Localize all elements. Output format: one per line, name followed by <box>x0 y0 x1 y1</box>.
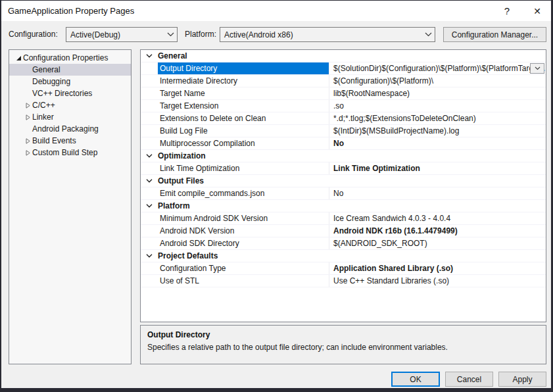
tree-item-label: VC++ Directories <box>32 89 92 98</box>
value-dropdown-button[interactable] <box>530 63 544 74</box>
chevron-down-icon[interactable] <box>141 250 158 262</box>
property-value[interactable]: $(IntDir)$(MSBuildProjectName).log <box>329 125 546 137</box>
property-name[interactable]: Android SDK Directory <box>158 237 329 249</box>
row-indent <box>141 262 158 274</box>
row-indent <box>141 237 158 249</box>
tree-item-label: Android Packaging <box>32 124 99 134</box>
tree-item-general[interactable]: General <box>9 64 131 76</box>
grid-row-emit-compile-commands-json[interactable]: Emit compile_commands.jsonNo <box>141 187 546 200</box>
property-value[interactable]: lib$(RootNamespace) <box>329 87 546 99</box>
section-label: General <box>158 50 187 62</box>
grid-row-android-ndk-version[interactable]: Android NDK VersionAndroid NDK r16b (16.… <box>141 225 546 237</box>
tree-item-linker[interactable]: Linker <box>9 111 131 123</box>
property-value[interactable]: .so <box>329 100 546 112</box>
close-icon[interactable]: ✕ <box>526 3 548 20</box>
property-value[interactable]: Use C++ Standard Libraries (.so) <box>329 275 546 287</box>
grid-row-minimum-android-sdk-version[interactable]: Minimum Android SDK VersionIce Cream San… <box>141 212 546 225</box>
property-value-text: *.d;*.tlog;$(ExtensionsToDeleteOnClean) <box>333 114 476 123</box>
grid-row-configuration-type[interactable]: Configuration TypeApplication Shared Lib… <box>141 262 546 275</box>
property-pages-window: GameApplication Property Pages ? ✕ Confi… <box>0 0 553 392</box>
property-value-text: Android NDK r16b (16.1.4479499) <box>333 226 458 235</box>
row-indent <box>141 187 158 199</box>
property-name[interactable]: Intermediate Directory <box>158 75 329 87</box>
tree-collapsed-icon[interactable] <box>23 114 32 120</box>
grid-row-output-directory[interactable]: Output Directory$(SolutionDir)$(Configur… <box>141 62 546 75</box>
grid-row-build-log-file[interactable]: Build Log File$(IntDir)$(MSBuildProjectN… <box>141 125 546 137</box>
property-value-text: No <box>333 189 343 198</box>
configuration-dropdown[interactable]: Active(Debug) <box>66 27 178 42</box>
property-value[interactable]: Application Shared Library (.so) <box>329 262 546 274</box>
property-tree: Configuration PropertiesGeneralDebugging… <box>9 49 132 364</box>
property-grid: GeneralOutput Directory$(SolutionDir)$(C… <box>140 49 546 322</box>
chevron-down-icon[interactable] <box>141 175 158 187</box>
property-name[interactable]: Target Extension <box>158 100 329 112</box>
section-label: Platform <box>158 200 190 212</box>
property-name[interactable]: Configuration Type <box>158 262 329 274</box>
tree-item-android-packaging[interactable]: Android Packaging <box>9 123 131 135</box>
grid-row-multiprocessor-compilation[interactable]: Multiprocessor CompilationNo <box>141 137 546 150</box>
property-name[interactable]: Multiprocessor Compilation <box>158 137 329 149</box>
tree-item-vc-directories[interactable]: VC++ Directories <box>9 87 131 99</box>
apply-button[interactable]: Apply <box>498 372 546 387</box>
tree-item-c-c[interactable]: C/C++ <box>9 99 131 111</box>
grid-row-extensions-to-delete-on-clean[interactable]: Extensions to Delete on Clean*.d;*.tlog;… <box>141 112 546 125</box>
help-icon[interactable]: ? <box>496 3 518 20</box>
row-indent <box>141 62 158 74</box>
property-name[interactable]: Build Log File <box>158 125 329 137</box>
property-value-text: lib$(RootNamespace) <box>333 89 410 98</box>
property-name[interactable]: Emit compile_commands.json <box>158 187 329 199</box>
tree-expanded-icon[interactable] <box>14 55 23 61</box>
property-value-text: $(SolutionDir)$(Configuration)\$(Platfor… <box>333 64 544 73</box>
configuration-dropdown-value: Active(Debug) <box>66 30 164 39</box>
property-name[interactable]: Target Name <box>158 87 329 99</box>
grid-section-optimization[interactable]: Optimization <box>141 150 546 162</box>
configuration-label: Configuration: <box>9 30 58 39</box>
grid-row-target-extension[interactable]: Target Extension.so <box>141 100 546 112</box>
ok-button[interactable]: OK <box>391 372 440 387</box>
cancel-button[interactable]: Cancel <box>445 372 493 387</box>
property-value[interactable]: $(SolutionDir)$(Configuration)\$(Platfor… <box>329 62 546 74</box>
property-name[interactable]: Extensions to Delete on Clean <box>158 112 329 124</box>
row-indent <box>141 100 158 112</box>
grid-row-intermediate-directory[interactable]: Intermediate Directory$(Configuration)\$… <box>141 75 546 87</box>
grid-row-android-sdk-directory[interactable]: Android SDK Directory$(ANDROID_SDK_ROOT) <box>141 237 546 250</box>
grid-row-target-name[interactable]: Target Namelib$(RootNamespace) <box>141 87 546 100</box>
property-value[interactable]: No <box>329 137 546 149</box>
property-name[interactable]: Link Time Optimization <box>158 162 329 174</box>
property-name[interactable]: Android NDK Version <box>158 225 329 237</box>
tree-item-debugging[interactable]: Debugging <box>9 76 131 87</box>
chevron-down-icon[interactable] <box>141 150 158 162</box>
property-name[interactable]: Use of STL <box>158 275 329 287</box>
chevron-down-icon[interactable] <box>141 50 158 62</box>
grid-row-use-of-stl[interactable]: Use of STLUse C++ Standard Libraries (.s… <box>141 275 546 287</box>
platform-dropdown[interactable]: Active(Android x86) <box>220 27 435 42</box>
grid-section-project-defaults[interactable]: Project Defaults <box>141 250 546 262</box>
property-value[interactable]: Android NDK r16b (16.1.4479499) <box>329 225 546 237</box>
section-label: Optimization <box>158 150 206 162</box>
tree-collapsed-icon[interactable] <box>23 103 32 109</box>
property-value[interactable]: Link Time Optimization <box>329 162 546 174</box>
property-value[interactable]: $(ANDROID_SDK_ROOT) <box>329 237 546 249</box>
tree-item-configuration-properties[interactable]: Configuration Properties <box>9 52 131 64</box>
property-value[interactable]: $(Configuration)\$(Platform)\ <box>329 75 546 87</box>
property-value[interactable]: *.d;*.tlog;$(ExtensionsToDeleteOnClean) <box>329 112 546 124</box>
section-label: Output Files <box>158 175 204 187</box>
description-panel: Output Directory Specifies a relative pa… <box>140 325 546 364</box>
grid-section-platform[interactable]: Platform <box>141 200 546 212</box>
property-name[interactable]: Output Directory <box>158 62 329 74</box>
chevron-down-icon[interactable] <box>141 200 158 212</box>
property-name[interactable]: Minimum Android SDK Version <box>158 212 329 224</box>
property-value[interactable]: Ice Cream Sandwich 4.0.3 - 4.0.4 <box>329 212 546 224</box>
grid-section-output-files[interactable]: Output Files <box>141 175 546 187</box>
property-value[interactable]: No <box>329 187 546 199</box>
tree-collapsed-icon[interactable] <box>23 138 32 144</box>
tree-item-custom-build-step[interactable]: Custom Build Step <box>9 147 131 159</box>
row-indent <box>141 125 158 137</box>
grid-row-link-time-optimization[interactable]: Link Time OptimizationLink Time Optimiza… <box>141 162 546 175</box>
configuration-manager-button[interactable]: Configuration Manager... <box>443 27 546 42</box>
grid-section-general[interactable]: General <box>141 50 546 62</box>
tree-item-label: Custom Build Step <box>32 148 97 157</box>
tree-collapsed-icon[interactable] <box>23 150 32 156</box>
property-value-text: .so <box>333 101 344 110</box>
tree-item-build-events[interactable]: Build Events <box>9 135 131 147</box>
